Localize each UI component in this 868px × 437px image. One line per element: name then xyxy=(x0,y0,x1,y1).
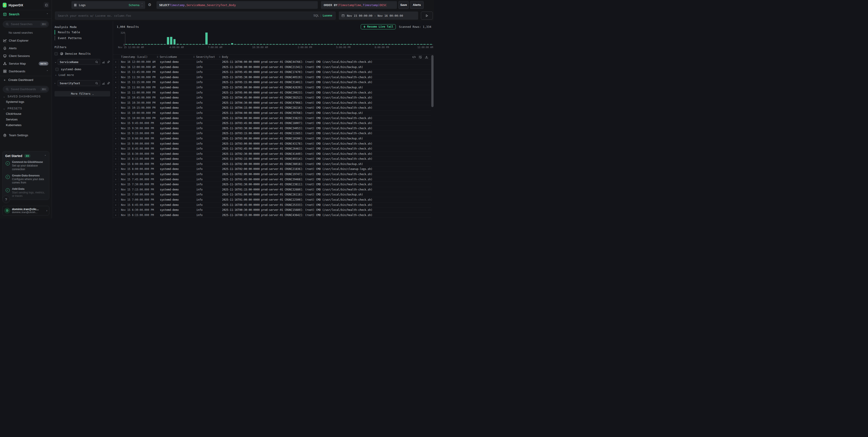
presets-group-header[interactable]: ⌄ PRESETS xyxy=(0,105,52,111)
query-language-toggle[interactable]: SQL | Lucene xyxy=(313,14,335,17)
sidebar-item-client-sessions[interactable]: Client Sessions xyxy=(0,52,52,60)
run-query-button[interactable] xyxy=(421,11,433,20)
order-by-input[interactable]: ORDER BY (TimestampTime, Timestamp) DESC xyxy=(321,1,397,9)
table-row[interactable]: › Nov 15 10:15:00.000 PM systemd-demo in… xyxy=(113,105,431,110)
histogram-bar[interactable] xyxy=(205,33,207,44)
download-icon[interactable] xyxy=(425,56,428,59)
histogram-bar[interactable] xyxy=(276,44,278,44)
histogram-bar[interactable] xyxy=(366,44,368,44)
table-row[interactable]: › Nov 15 6:15:00.000 PM systemd-demo inf… xyxy=(113,213,431,218)
histogram-bar[interactable] xyxy=(289,44,291,44)
histogram-bar[interactable] xyxy=(308,44,310,44)
row-expand-chevron-icon[interactable]: › xyxy=(115,167,117,171)
filter-group-search[interactable]: ServiceName xyxy=(58,59,100,65)
row-expand-chevron-icon[interactable]: › xyxy=(115,192,117,197)
histogram-bar[interactable] xyxy=(145,44,147,44)
histogram-bar[interactable] xyxy=(238,44,240,44)
histogram-bar[interactable] xyxy=(263,44,265,44)
histogram-bar[interactable] xyxy=(128,44,130,44)
more-filters-button[interactable]: More filters ⌄ xyxy=(55,91,110,97)
row-expand-chevron-icon[interactable]: › xyxy=(115,80,117,85)
row-expand-chevron-icon[interactable]: › xyxy=(115,162,117,167)
help-button[interactable]: ? xyxy=(2,196,10,203)
sidebar-item-alerts[interactable]: Alerts xyxy=(0,44,52,52)
denoise-results-toggle[interactable]: Denoise Results xyxy=(55,52,110,55)
histogram-bar[interactable] xyxy=(282,44,284,44)
histogram-bar[interactable] xyxy=(151,44,153,44)
row-expand-chevron-icon[interactable]: › xyxy=(115,85,117,90)
pin-icon[interactable] xyxy=(107,60,110,64)
table-row[interactable]: › Nov 15 11:30:00.000 PM systemd-demo in… xyxy=(113,75,431,80)
row-expand-chevron-icon[interactable]: › xyxy=(115,105,117,110)
histogram-bar[interactable] xyxy=(353,44,355,44)
row-expand-chevron-icon[interactable]: › xyxy=(115,75,117,80)
histogram-bar[interactable] xyxy=(321,44,323,44)
histogram-bar[interactable] xyxy=(231,43,233,44)
histogram-bar[interactable] xyxy=(350,44,352,44)
drag-handle-icon[interactable]: ⠿ xyxy=(193,56,195,58)
row-expand-chevron-icon[interactable]: › xyxy=(115,100,117,105)
col-header-severitytext[interactable]: ⠿SeverityText xyxy=(193,55,215,60)
histogram-bar[interactable] xyxy=(388,44,390,44)
histogram-bar[interactable] xyxy=(414,44,416,44)
table-row[interactable]: › Nov 15 10:45:00.000 PM systemd-demo in… xyxy=(113,95,431,100)
results-histogram[interactable]: 320 0 Nov 15 12:00:00 AM4:00:00 AM7:00:0… xyxy=(117,32,433,50)
histogram-bar[interactable] xyxy=(417,44,419,44)
save-button[interactable]: Save xyxy=(399,1,409,9)
row-expand-chevron-icon[interactable]: › xyxy=(115,116,117,121)
row-expand-chevron-icon[interactable]: › xyxy=(115,152,117,156)
table-row[interactable]: › Nov 15 9:00:00.000 PM systemd-demo inf… xyxy=(113,141,431,146)
table-row[interactable]: › Nov 15 7:45:00.000 PM systemd-demo inf… xyxy=(113,177,431,182)
table-row[interactable]: › Nov 15 6:45:00.000 PM systemd-demo inf… xyxy=(113,202,431,208)
scrollbar-thumb[interactable] xyxy=(431,55,434,107)
histogram-bar[interactable] xyxy=(138,44,140,44)
histogram-bar[interactable] xyxy=(189,44,191,44)
histogram-bar[interactable] xyxy=(346,44,348,44)
table-row[interactable]: › Nov 15 11:15:00.000 PM systemd-demo in… xyxy=(113,80,431,85)
row-expand-chevron-icon[interactable]: › xyxy=(115,70,117,74)
row-expand-chevron-icon[interactable]: › xyxy=(115,60,117,64)
histogram-bar[interactable] xyxy=(382,44,384,44)
row-expand-chevron-icon[interactable]: › xyxy=(115,95,117,100)
row-expand-chevron-icon[interactable]: › xyxy=(115,131,117,136)
histogram-bar[interactable] xyxy=(360,44,362,44)
histogram-bar[interactable] xyxy=(356,44,358,44)
histogram-bar[interactable] xyxy=(420,44,422,44)
histogram-bar[interactable] xyxy=(318,44,320,44)
histogram-bar[interactable] xyxy=(218,44,220,44)
row-expand-chevron-icon[interactable]: › xyxy=(115,207,117,212)
bar-chart-icon[interactable] xyxy=(102,81,105,85)
histogram-bar[interactable] xyxy=(314,44,316,44)
table-row[interactable]: › Nov 15 10:00:00.000 PM systemd-demo in… xyxy=(113,116,431,121)
row-expand-chevron-icon[interactable]: › xyxy=(115,126,117,131)
sidebar-item-systemd-logs[interactable]: Systemd logs xyxy=(0,99,52,105)
mode-results-table[interactable]: Results Table xyxy=(55,30,110,35)
histogram-bar[interactable] xyxy=(170,37,172,44)
user-profile[interactable]: D dominic.tran@clic... dominic.tran@clic… xyxy=(2,206,49,215)
sidebar-item-team-settings[interactable]: Team Settings xyxy=(0,131,52,139)
search-input[interactable] xyxy=(55,14,313,18)
sidebar-item-clickhouse[interactable]: ClickHouse xyxy=(0,111,52,116)
filter-value-systemd-demo[interactable]: systemd-demo xyxy=(55,68,110,71)
histogram-bar[interactable] xyxy=(193,44,195,44)
row-expand-chevron-icon[interactable]: › xyxy=(115,213,117,217)
histogram-bar[interactable] xyxy=(244,44,246,44)
histogram-bar[interactable] xyxy=(270,44,272,44)
histogram-bar[interactable] xyxy=(221,44,223,44)
table-row[interactable]: › Nov 15 9:45:00.000 PM systemd-demo inf… xyxy=(113,121,431,126)
table-row[interactable]: › Nov 15 9:30:00.000 PM systemd-demo inf… xyxy=(113,126,431,131)
mode-event-patterns[interactable]: Event Patterns xyxy=(55,36,110,40)
histogram-bar[interactable] xyxy=(398,44,400,44)
col-header-servicename[interactable]: ⠿ServiceName xyxy=(157,55,177,60)
date-range-picker[interactable]: Nov 15 00:00:00 - Nov 16 00:00:00 xyxy=(339,11,418,20)
sql-mode-option[interactable]: SQL xyxy=(313,14,319,17)
histogram-bar[interactable] xyxy=(241,44,243,44)
alerts-button[interactable]: Alerts xyxy=(410,1,424,9)
histogram-bar[interactable] xyxy=(161,44,163,44)
table-row[interactable]: › Nov 15 9:00:00.000 PM systemd-demo inf… xyxy=(113,136,431,141)
row-expand-chevron-icon[interactable]: › xyxy=(115,141,117,146)
histogram-plot[interactable]: Nov 15 12:00:00 AM4:00:00 AM7:00:00 AM10… xyxy=(125,33,433,45)
sidebar-item-dashboards[interactable]: Dashboards ⌃ xyxy=(0,67,52,75)
sidebar-item-service-map[interactable]: Service Map BETA xyxy=(0,60,52,67)
col-header-body[interactable]: ⠿Body xyxy=(219,55,228,60)
